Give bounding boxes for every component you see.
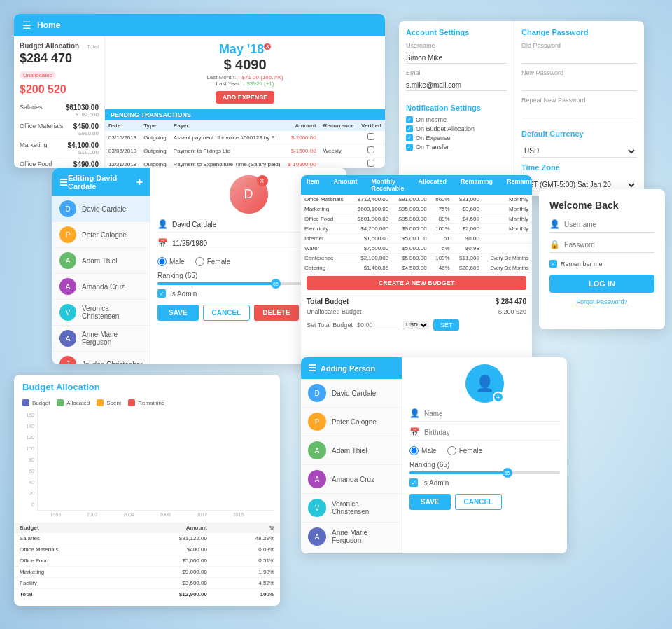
login-password-input[interactable] bbox=[564, 241, 654, 249]
cat-main-food: $490.00 bbox=[74, 160, 99, 168]
bt-monthly: $5,000.00 bbox=[392, 234, 430, 244]
list-item[interactable]: J Jayden Christopher bbox=[301, 551, 402, 553]
add-avatar-button[interactable]: + bbox=[493, 392, 504, 403]
edit-hamburger-icon[interactable]: ☰ bbox=[59, 177, 68, 188]
set-budget-currency[interactable]: USD bbox=[403, 321, 429, 329]
currency-select[interactable]: USD bbox=[522, 145, 637, 158]
login-button[interactable]: LOG IN bbox=[550, 275, 654, 293]
list-item[interactable]: V Veronica Christensen bbox=[52, 300, 150, 326]
x-label: 2002 bbox=[75, 512, 109, 517]
dt-name-total: Total bbox=[14, 589, 125, 600]
bt-monthly: $5,000.00 bbox=[392, 244, 430, 254]
list-item[interactable]: P Peter Cologne bbox=[301, 408, 402, 436]
gender-male-option[interactable]: Male bbox=[158, 257, 185, 266]
dt-col-amount: Amount bbox=[125, 523, 213, 533]
username-label: Username bbox=[406, 42, 507, 49]
remove-avatar-button[interactable]: × bbox=[257, 175, 268, 186]
cat-name-marketing: Marketing bbox=[20, 141, 48, 155]
bt-rem2 bbox=[483, 234, 532, 244]
remember-checkbox[interactable]: ✓ bbox=[550, 260, 557, 268]
notif-expense-check[interactable]: ✓ bbox=[406, 134, 413, 141]
admin-checkbox[interactable]: ✓ bbox=[158, 289, 166, 298]
edit-save-button[interactable]: SAVE bbox=[158, 305, 199, 321]
add-birthday-input[interactable] bbox=[424, 429, 560, 436]
notif-income-check[interactable]: ✓ bbox=[406, 116, 413, 123]
gender-male-radio[interactable] bbox=[158, 257, 167, 266]
username-input[interactable] bbox=[406, 53, 507, 64]
person-icon: 👤 bbox=[158, 219, 168, 229]
pending-verify-3[interactable] bbox=[358, 158, 385, 169]
hamburger-icon[interactable]: ☰ bbox=[22, 20, 31, 31]
add-save-button[interactable]: SAVE bbox=[410, 494, 451, 510]
notif-budget-check[interactable]: ✓ bbox=[406, 125, 413, 132]
gender-female-option[interactable]: Female bbox=[195, 257, 230, 266]
add-gender-female-option[interactable]: Female bbox=[447, 446, 482, 455]
add-ranking-row: Ranking (65) 65 bbox=[410, 461, 560, 474]
notif-transfer-label: On Transfer bbox=[416, 144, 449, 151]
edit-delete-button[interactable]: DELETE bbox=[254, 305, 298, 321]
add-name-input[interactable] bbox=[424, 410, 560, 417]
add-hamburger-icon[interactable]: ☰ bbox=[308, 363, 316, 373]
pending-amount-2: $-1500.00 bbox=[284, 144, 320, 158]
add-expense-button[interactable]: ADD EXPENSE bbox=[216, 91, 275, 104]
set-budget-input[interactable] bbox=[357, 322, 399, 329]
new-password-input[interactable] bbox=[522, 80, 637, 91]
create-budget-button[interactable]: CREATE A NEW BUDGET bbox=[307, 276, 526, 290]
list-item[interactable]: D David Cardale bbox=[52, 196, 150, 222]
notifications-title: Notification Settings bbox=[406, 104, 507, 112]
add-cancel-button[interactable]: CANCEL bbox=[455, 494, 503, 510]
old-password-input[interactable] bbox=[522, 53, 637, 64]
admin-label: Is Admin bbox=[170, 290, 197, 298]
bt-item: Office Materials bbox=[301, 195, 351, 205]
y-label: 100 bbox=[20, 446, 34, 451]
add-ranking-slider[interactable]: 65 bbox=[410, 471, 560, 474]
list-item[interactable]: A Anne Marie Ferguson bbox=[52, 326, 150, 352]
login-username-input[interactable] bbox=[564, 221, 654, 228]
list-item[interactable]: A Adam Thiel bbox=[301, 436, 402, 465]
list-item[interactable]: A Adam Thiel bbox=[52, 248, 150, 274]
list-item[interactable]: P Peter Cologne bbox=[52, 222, 150, 248]
change-password-title: Change Password bbox=[522, 28, 637, 36]
add-admin-checkbox[interactable]: ✓ bbox=[410, 478, 418, 487]
bt-allocated: 6% bbox=[430, 244, 454, 254]
dt-pct: 0.51% bbox=[213, 555, 280, 567]
table-row: Internet $1,500.00 $5,000.00 61 $0.00 bbox=[301, 234, 532, 244]
avatar: P bbox=[59, 226, 76, 243]
edit-cancel-button[interactable]: CANCEL bbox=[203, 305, 251, 321]
bt-allocated: 88% bbox=[430, 214, 454, 224]
list-item[interactable]: J Jayden Christopher bbox=[52, 352, 150, 364]
dt-name: Facility bbox=[14, 578, 125, 589]
gender-female-radio[interactable] bbox=[195, 257, 204, 266]
add-person-icon[interactable]: + bbox=[136, 176, 143, 188]
pending-verify-2[interactable] bbox=[358, 144, 385, 158]
add-gender-male-radio[interactable] bbox=[410, 446, 419, 455]
currency-title: Default Currency bbox=[522, 130, 637, 138]
pending-verify-1[interactable] bbox=[358, 131, 385, 144]
email-input[interactable] bbox=[406, 80, 507, 91]
list-item[interactable]: A Amanda Cruz bbox=[301, 465, 402, 494]
month-title: May '188 bbox=[206, 42, 283, 57]
cat-name-salaries: Salaries bbox=[20, 104, 43, 118]
notif-transfer-check[interactable]: ✓ bbox=[406, 144, 413, 151]
cat-sub-salaries: $192,500 bbox=[66, 111, 99, 118]
dt-pct: 48.29% bbox=[213, 533, 280, 544]
password-field: 🔒 bbox=[550, 240, 654, 253]
notif-income-label: On Income bbox=[416, 116, 447, 123]
list-item[interactable]: D David Cardale bbox=[301, 379, 402, 408]
category-food: Office Food $490.00 $3,500 bbox=[20, 158, 99, 168]
list-item[interactable]: A Amanda Cruz bbox=[52, 274, 150, 300]
add-gender-female-radio[interactable] bbox=[447, 446, 456, 455]
cat-name-food: Office Food bbox=[20, 160, 52, 168]
new-pass-label: New Password bbox=[522, 69, 637, 76]
repeat-password-input[interactable] bbox=[522, 107, 637, 118]
add-header-title: Adding Person bbox=[321, 364, 375, 373]
list-item[interactable]: A Anne Marie Ferguson bbox=[301, 523, 402, 551]
list-item[interactable]: V Veronica Christensen bbox=[301, 494, 402, 523]
bt-rem2: Every Six Months bbox=[483, 263, 532, 273]
pending-date-2: 03/05/2018 bbox=[105, 144, 140, 158]
forgot-password-link[interactable]: Forgot Password? bbox=[550, 298, 654, 305]
notif-expense-label: On Expense bbox=[416, 134, 451, 141]
add-gender-male-option[interactable]: Male bbox=[410, 446, 437, 455]
set-budget-button[interactable]: SET bbox=[433, 319, 460, 331]
bt-monthly: $5,000.00 bbox=[392, 254, 430, 263]
